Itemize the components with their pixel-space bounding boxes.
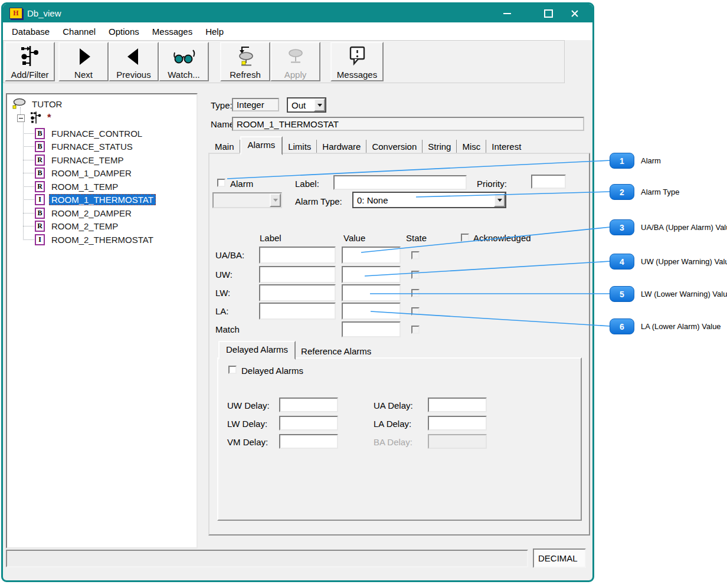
ba-delay-input[interactable] [428, 434, 487, 449]
uaba-state-checkbox[interactable] [411, 251, 420, 259]
tab-reference-alarms[interactable]: Reference Alarms [296, 344, 376, 359]
tab-string[interactable]: String [423, 140, 457, 154]
tree-collapse-toggle[interactable] [17, 114, 25, 122]
uw-state-checkbox[interactable] [411, 271, 420, 279]
menu-channel[interactable]: Channel [56, 24, 102, 39]
callout-1-badge: 1 [610, 153, 634, 169]
menu-help[interactable]: Help [199, 24, 230, 39]
dbview-window: H Db_view Database Channel Options Messa… [1, 2, 594, 582]
tab-misc[interactable]: Misc [457, 140, 486, 154]
tree-item-room2-temp[interactable]: R ROOM_2_TEMP [23, 219, 120, 232]
alarm-type-dropdown-button[interactable] [494, 193, 505, 207]
close-icon [571, 9, 579, 18]
menu-options[interactable]: Options [102, 24, 146, 39]
la-value-input[interactable] [342, 303, 401, 320]
database-node-icon [12, 98, 26, 110]
priority-input[interactable] [531, 175, 566, 189]
maximize-button[interactable] [536, 4, 560, 22]
tab-hardware[interactable]: Hardware [317, 140, 366, 154]
title-bar[interactable]: H Db_view [3, 4, 592, 22]
menu-messages[interactable]: Messages [146, 24, 199, 39]
maximize-icon [544, 9, 553, 18]
callout-5-badge: 5 [610, 286, 634, 302]
disabled-combobox[interactable] [212, 192, 282, 208]
alarm-label-input[interactable] [333, 175, 467, 190]
refresh-label: Refresh [230, 70, 261, 80]
previous-icon [123, 43, 145, 70]
vm-delay-label: VM Delay: [227, 437, 268, 447]
uw-delay-label: UW Delay: [227, 400, 270, 410]
close-button[interactable] [563, 4, 587, 22]
uaba-label-input[interactable] [259, 247, 336, 264]
uaba-value-input[interactable] [342, 247, 401, 264]
la-state-checkbox[interactable] [411, 307, 420, 316]
type-letter-icon: B [35, 208, 45, 219]
type-letter-icon: R [35, 221, 45, 232]
messages-button[interactable]: Messages [330, 42, 384, 81]
selected-tree-item-label: ROOM_1_THERMOSTAT [49, 194, 156, 205]
lw-state-checkbox[interactable] [411, 289, 420, 297]
direction-combobox[interactable]: Out [287, 97, 326, 113]
alarm-type-label: Alarm Type: [295, 196, 342, 206]
minimize-button[interactable] [495, 4, 519, 22]
uw-label-input[interactable] [259, 266, 336, 283]
lw-delay-input[interactable] [279, 416, 338, 431]
column-header-state: State [406, 233, 427, 243]
tab-alarms[interactable]: Alarms [240, 136, 283, 155]
direction-dropdown-button[interactable] [314, 98, 325, 111]
type-letter-icon: B [35, 128, 45, 139]
tree-item-room1-damper[interactable]: B ROOM_1_DAMPER [23, 166, 134, 179]
alarm-type-combobox[interactable]: 0: None [352, 192, 506, 208]
lw-label-input[interactable] [259, 284, 336, 301]
tree-branch[interactable]: * [28, 111, 51, 124]
match-value-input[interactable] [342, 321, 401, 337]
tree-item-furnace-status[interactable]: B FURNACE_STATUS [23, 140, 135, 153]
callout-2-badge: 2 [610, 184, 634, 200]
tree-root[interactable]: TUTOR [12, 97, 64, 110]
watch-button[interactable]: Watch... [159, 42, 209, 81]
number-mode-value: DECIMAL [538, 553, 578, 563]
tree-item-furnace-control[interactable]: B FURNACE_CONTROL [23, 127, 145, 140]
ua-delay-input[interactable] [428, 398, 487, 412]
apply-label: Apply [284, 70, 307, 80]
tab-interest[interactable]: Interest [486, 140, 526, 154]
callout-3-label: UA/BA (Upper Alarm) Value [641, 219, 727, 235]
row-label-la: LA: [215, 306, 229, 316]
previous-button[interactable]: Previous [109, 42, 159, 81]
tab-limits[interactable]: Limits [283, 140, 317, 154]
tree-item-room1-temp[interactable]: R ROOM_1_TEMP [23, 180, 120, 193]
lw-value-input[interactable] [342, 284, 401, 301]
lw-delay-label: LW Delay: [227, 419, 267, 429]
messages-icon [345, 43, 369, 70]
la-delay-input[interactable] [428, 416, 487, 431]
apply-button[interactable]: Apply [270, 42, 320, 81]
tree-item-room2-damper[interactable]: B ROOM_2_DAMPER [23, 206, 134, 219]
tab-delayed-alarms[interactable]: Delayed Alarms [218, 341, 296, 360]
tree-item-furnace-temp[interactable]: R FURNACE_TEMP [23, 153, 126, 166]
add-filter-button[interactable]: Add/Filter [5, 42, 55, 81]
type-label: Type: [211, 100, 232, 110]
tree-item-room2-thermostat[interactable]: I ROOM_2_THERMOSTAT [23, 233, 156, 246]
tree-item-room1-thermostat[interactable]: I ROOM_1_THERMOSTAT [23, 193, 156, 206]
row-label-uw: UW: [215, 270, 232, 280]
previous-label: Previous [116, 70, 150, 80]
match-state-checkbox[interactable] [411, 326, 420, 334]
menu-database[interactable]: Database [5, 24, 56, 39]
alarm-checkbox[interactable] [217, 179, 225, 187]
screenshot-canvas: H Db_view Database Channel Options Messa… [0, 0, 727, 588]
delayed-alarms-checkbox[interactable] [228, 366, 237, 374]
alarm-checkbox-label: Alarm [230, 179, 253, 189]
next-label: Next [74, 70, 93, 80]
disabled-dropdown-button [270, 193, 281, 207]
tab-main[interactable]: Main [209, 140, 240, 154]
uw-value-input[interactable] [342, 266, 401, 283]
la-label-input[interactable] [259, 303, 336, 320]
next-button[interactable]: Next [58, 42, 109, 81]
vm-delay-input[interactable] [279, 434, 338, 449]
tab-conversion[interactable]: Conversion [366, 140, 423, 154]
refresh-button[interactable]: Refresh [220, 42, 270, 81]
uw-delay-input[interactable] [279, 398, 338, 412]
acknowledged-checkbox[interactable] [461, 234, 469, 242]
add-filter-label: Add/Filter [11, 70, 48, 80]
callout-3-badge: 3 [610, 219, 634, 235]
